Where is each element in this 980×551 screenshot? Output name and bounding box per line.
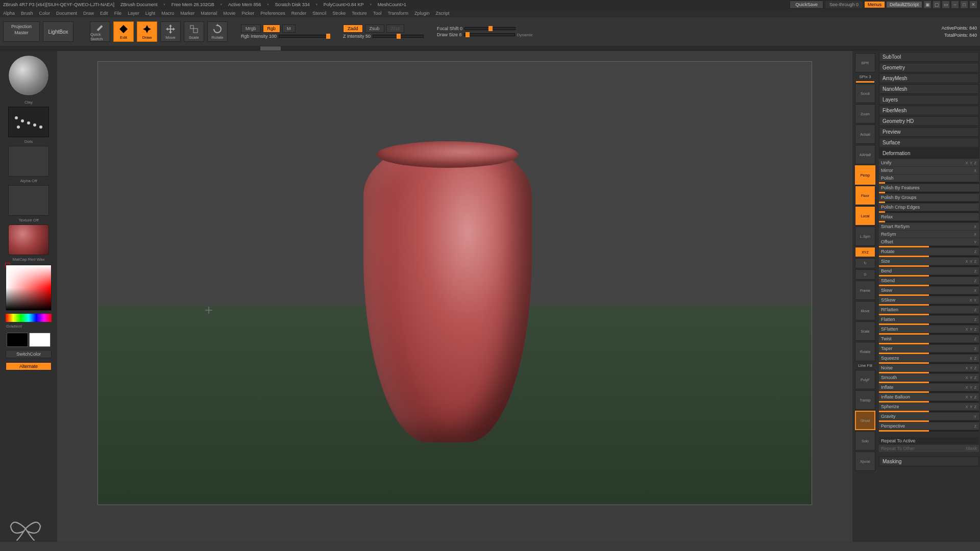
mrgb-button[interactable]: Mrgb xyxy=(241,24,261,33)
repeat-to-other-button[interactable]: Repeat To Other xyxy=(881,446,915,451)
mask-button[interactable]: Mask xyxy=(966,446,977,451)
scale-button[interactable]: Scale xyxy=(184,21,204,42)
local-button[interactable]: Local xyxy=(855,206,875,226)
deform-flatten[interactable]: FlattenZ xyxy=(879,316,979,323)
rgb-button[interactable]: Rgb xyxy=(263,24,281,33)
gradient-label[interactable]: Gradient xyxy=(2,324,55,329)
deform-relax[interactable]: Relax xyxy=(879,213,979,220)
deform-gravity[interactable]: GravityY xyxy=(879,413,979,420)
deform-slider[interactable] xyxy=(879,182,979,184)
solo-button[interactable]: Solo xyxy=(855,431,875,450)
deform-slider[interactable] xyxy=(879,246,979,247)
spix-label[interactable]: SPix 3 xyxy=(859,74,871,79)
deform-sskew[interactable]: SSkewX Y xyxy=(879,296,979,304)
menu-macro[interactable]: Macro xyxy=(161,11,174,16)
switchcolor-button[interactable]: SwitchColor xyxy=(6,350,52,358)
aahalf-button[interactable]: AAHalf xyxy=(855,145,875,164)
close-button[interactable]: ✕ xyxy=(970,1,977,8)
rgb-intensity-slider[interactable] xyxy=(279,35,330,38)
window-btn[interactable]: ▭ xyxy=(942,1,949,8)
zoom-button[interactable]: Zoom xyxy=(855,104,875,123)
actual-button[interactable]: Actual xyxy=(855,124,875,144)
focal-shift-slider[interactable] xyxy=(464,27,516,30)
deform-slider[interactable] xyxy=(879,294,979,296)
frame-button[interactable]: Frame xyxy=(855,281,875,300)
deform-rotate[interactable]: RotateZ xyxy=(879,248,979,255)
zadd-button[interactable]: Zadd xyxy=(343,24,363,33)
deform-slider[interactable] xyxy=(879,304,979,306)
menus-button[interactable]: Menus xyxy=(865,2,885,8)
deform-smart-resym[interactable]: Smart ReSymX xyxy=(879,223,979,230)
lightbox-button[interactable]: LightBox xyxy=(43,21,74,42)
edit-button[interactable]: Edit xyxy=(113,21,134,42)
quicksketch-button[interactable]: Quick Sketch xyxy=(90,21,110,42)
section-surface[interactable]: Surface xyxy=(879,138,979,147)
deform-rflatten[interactable]: RFlattenZ xyxy=(879,306,979,313)
deform-sflatten[interactable]: SFlattenX Y Z xyxy=(879,325,979,333)
menu-draw[interactable]: Draw xyxy=(83,11,94,16)
menu-movie[interactable]: Movie xyxy=(223,11,235,16)
deform-taper[interactable]: TaperZ xyxy=(879,345,979,352)
deform-slider[interactable] xyxy=(879,314,979,315)
menu-brush[interactable]: Brush xyxy=(21,11,33,16)
section-preview[interactable]: Preview xyxy=(879,127,979,137)
window-btn[interactable]: ▣ xyxy=(924,1,931,8)
polyf-button[interactable]: PolyF xyxy=(855,370,875,389)
brush-thumbnail[interactable] xyxy=(8,55,49,96)
deform-slider[interactable] xyxy=(879,256,979,257)
menu-edit[interactable]: Edit xyxy=(100,11,108,16)
deform-slider[interactable] xyxy=(879,333,979,335)
spix-slider[interactable] xyxy=(856,81,874,83)
window-btn[interactable]: ▢ xyxy=(933,1,940,8)
deform-skew[interactable]: SkewX xyxy=(879,287,979,294)
deform-slider[interactable] xyxy=(879,343,979,344)
alpha-thumbnail[interactable] xyxy=(8,146,49,177)
deform-polish-by-features[interactable]: Polish By Features xyxy=(879,184,979,191)
persp-button[interactable]: Persp xyxy=(855,165,875,185)
menu-file[interactable]: File xyxy=(114,11,122,16)
deform-inflate-balloon[interactable]: Inflate BalloonX Y Z xyxy=(879,393,979,400)
menu-color[interactable]: Color xyxy=(39,11,51,16)
m-button[interactable]: M xyxy=(282,24,296,33)
ghost-button[interactable]: Ghost xyxy=(855,411,875,430)
menu-picker[interactable]: Picker xyxy=(241,11,254,16)
xpose-button[interactable]: Xpose xyxy=(855,452,875,471)
deform-polish[interactable]: Polish xyxy=(879,174,979,182)
section-deformation[interactable]: Deformation xyxy=(879,148,979,158)
menu-material[interactable]: Material xyxy=(201,11,217,16)
rotate-button[interactable]: Rotate xyxy=(207,21,228,42)
section-subtool[interactable]: SubTool xyxy=(879,52,979,62)
section-geometryhd[interactable]: Geometry HD xyxy=(879,116,979,126)
deform-slider[interactable] xyxy=(879,211,979,213)
menu-layer[interactable]: Layer xyxy=(128,11,139,16)
deform-slider[interactable] xyxy=(879,362,979,364)
deform-inflate[interactable]: InflateX Y Z xyxy=(879,384,979,391)
menu-marker[interactable]: Marker xyxy=(180,11,194,16)
section-layers[interactable]: Layers xyxy=(879,95,979,105)
stroke-thumbnail[interactable] xyxy=(8,107,49,137)
lsym-button[interactable]: L.Sym xyxy=(855,227,875,246)
floor-button[interactable]: Floor xyxy=(855,186,875,205)
primary-color-swatch[interactable] xyxy=(29,333,51,347)
deform-slider[interactable] xyxy=(879,202,979,203)
deform-offset[interactable]: OffsetY xyxy=(879,238,979,245)
menu-zscript[interactable]: Zscript xyxy=(436,11,450,16)
deform-noise[interactable]: NoiseX Y Z xyxy=(879,364,979,371)
deform-slider[interactable] xyxy=(879,391,979,393)
xyz-button[interactable]: XYZ xyxy=(855,247,875,257)
canvas-viewport[interactable] xyxy=(97,61,812,505)
scale-view-button[interactable]: Scale xyxy=(855,321,875,341)
repeat-to-active-button[interactable]: Repeat To Active xyxy=(879,437,979,444)
move-view-button[interactable]: Move xyxy=(855,301,875,320)
deform-bend[interactable]: BendZ xyxy=(879,267,979,274)
maximize-button[interactable]: □ xyxy=(961,1,968,8)
move-button[interactable]: Move xyxy=(160,21,181,42)
section-nanomesh[interactable]: NanoMesh xyxy=(879,84,979,94)
menu-document[interactable]: Document xyxy=(56,11,77,16)
minimize-button[interactable]: – xyxy=(951,1,959,8)
color-picker[interactable] xyxy=(6,265,52,311)
deform-unify[interactable]: UnifyX Y Z xyxy=(879,159,979,166)
deform-slider[interactable] xyxy=(879,382,979,383)
deform-spherize[interactable]: SpherizeX Y Z xyxy=(879,403,979,410)
section-arraymesh[interactable]: ArrayMesh xyxy=(879,73,979,83)
